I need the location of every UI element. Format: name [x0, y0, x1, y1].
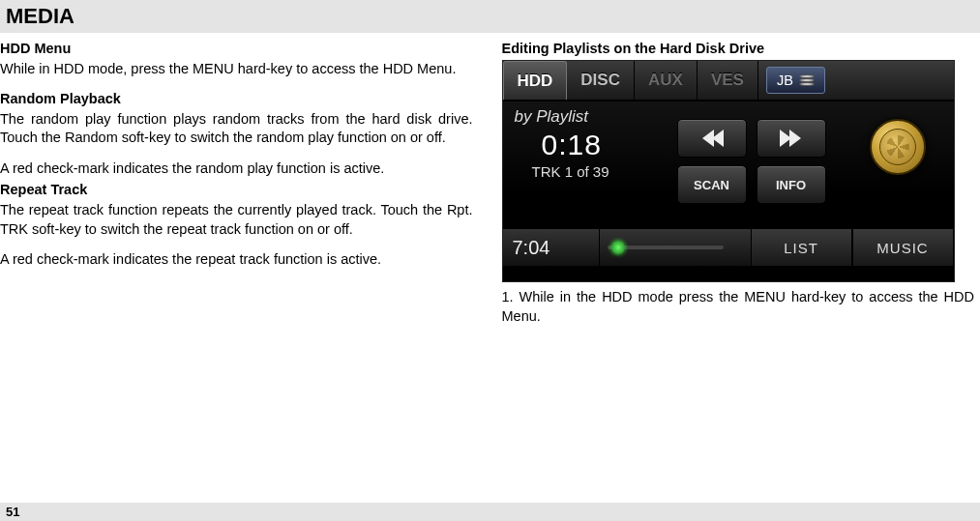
brand-logo-area: [842, 101, 954, 227]
scrub-thumb[interactable]: [611, 241, 625, 254]
para-hdd-menu: While in HDD mode, press the MENU hard-k…: [0, 60, 473, 79]
section-header-bar: MEDIA: [0, 0, 980, 33]
para-repeat-2: A red check-mark indicates the repeat tr…: [0, 250, 473, 270]
transport-controls: SCAN INFO: [677, 101, 842, 227]
info-button[interactable]: INFO: [757, 165, 826, 204]
fast-forward-icon: [782, 130, 801, 147]
music-button[interactable]: MUSIC: [852, 229, 954, 266]
progress-scrubber[interactable]: [600, 229, 745, 266]
clock-display: 7:04: [503, 229, 600, 266]
rewind-icon: [702, 130, 722, 147]
scrub-track: [608, 246, 724, 249]
para-repeat-1: The repeat track function repeats the cu…: [0, 201, 473, 239]
radio-screenshot: HDD DISC AUX VES JB by Playlist 0:18: [502, 60, 955, 282]
scan-button[interactable]: SCAN: [677, 165, 747, 204]
left-column: HDD Menu While in HDD mode, press the ME…: [0, 39, 473, 503]
fast-forward-button[interactable]: [757, 119, 826, 158]
content-columns: HDD Menu While in HDD mode, press the ME…: [0, 33, 980, 503]
rewind-button[interactable]: [677, 119, 747, 158]
chrysler-logo-icon: [870, 119, 926, 175]
heading-random-playback: Random Playback: [0, 91, 473, 106]
figure-caption: 1. While in the HDD mode press the MENU …: [502, 288, 975, 326]
page: MEDIA HDD Menu While in HDD mode, press …: [0, 0, 980, 521]
bottom-bar: 7:04 LIST MUSIC: [503, 227, 954, 266]
tab-hdd[interactable]: HDD: [503, 61, 568, 100]
playback-mode-label: by Playlist: [515, 107, 677, 127]
list-button[interactable]: LIST: [751, 229, 852, 266]
source-tabs: HDD DISC AUX VES JB: [503, 61, 954, 101]
playback-time: 0:18: [542, 129, 677, 161]
tab-jb[interactable]: JB: [766, 67, 825, 94]
playback-track-info: TRK 1 of 39: [532, 163, 677, 180]
page-number: 51: [6, 505, 19, 519]
tab-disc[interactable]: DISC: [567, 61, 635, 100]
para-random-2: A red check-mark indicates the random pl…: [0, 159, 473, 179]
tab-aux[interactable]: AUX: [635, 61, 698, 100]
right-column: Editing Playlists on the Hard Disk Drive…: [502, 39, 975, 503]
now-playing-panel: by Playlist 0:18 TRK 1 of 39: [503, 101, 677, 227]
jukebox-icon: [799, 74, 815, 86]
page-footer: 51: [0, 503, 980, 521]
heading-editing-playlists: Editing Playlists on the Hard Disk Drive: [502, 41, 975, 56]
tab-ves[interactable]: VES: [698, 61, 758, 100]
section-title: MEDIA: [6, 4, 974, 29]
tab-jb-label: JB: [777, 72, 793, 88]
heading-repeat-track: Repeat Track: [0, 182, 473, 197]
para-random-1: The random play function plays random tr…: [0, 110, 473, 148]
heading-hdd-menu: HDD Menu: [0, 41, 473, 56]
mid-row: by Playlist 0:18 TRK 1 of 39: [503, 101, 954, 227]
